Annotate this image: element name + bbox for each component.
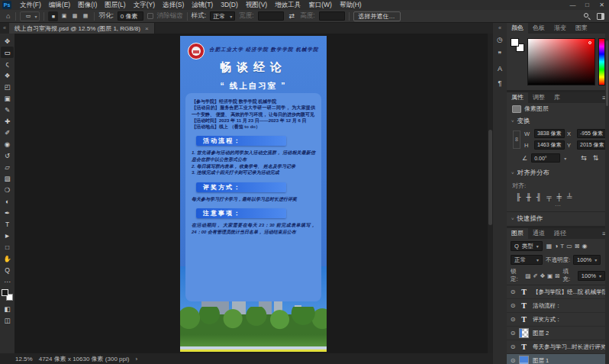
layer-filter-icon[interactable]: ◑	[554, 243, 558, 250]
lock-icon[interactable]: ▨	[525, 272, 530, 279]
menu-item[interactable]: 3D(D)	[217, 0, 242, 10]
height-input[interactable]	[319, 11, 345, 21]
foreground-color-swatch[interactable]	[2, 289, 8, 296]
panel-tab[interactable]: 属性	[507, 92, 528, 103]
close-tab-icon[interactable]: ×	[145, 25, 149, 32]
fill-field[interactable]: 100% ▾	[578, 271, 605, 281]
tool-button[interactable]: T	[1, 218, 14, 230]
dock-panel-icon[interactable]: ❞	[498, 50, 502, 58]
window-control-button[interactable]: —	[566, 0, 580, 10]
panel-color-swatches[interactable]	[511, 38, 524, 52]
layer-visibility-eye-icon[interactable]: ⊙	[507, 357, 519, 364]
menu-item[interactable]: 图层(L)	[101, 0, 129, 10]
tool-button[interactable]: Q	[1, 264, 14, 275]
layer-name[interactable]: 图层 1	[533, 357, 549, 364]
tool-button[interactable]: ✚	[1, 115, 14, 127]
align-icon[interactable]: ╤	[546, 193, 551, 201]
tool-button[interactable]: ς	[1, 58, 14, 69]
select-and-mask-button[interactable]: 选择并遮住…	[353, 11, 401, 21]
window-control-button[interactable]: □	[580, 0, 594, 10]
menu-item[interactable]: 文字(Y)	[130, 0, 159, 10]
layer-thumbnail[interactable]: T	[519, 342, 529, 352]
tool-button[interactable]: □	[1, 241, 14, 253]
panel-tab[interactable]: 颜色	[507, 23, 528, 34]
lock-icon[interactable]: ✥	[540, 272, 545, 279]
angle-value-field[interactable]: 0.00°	[531, 153, 560, 163]
dock-panel-icon[interactable]: A	[498, 65, 502, 72]
foreground-background-swatches[interactable]	[2, 289, 13, 301]
swap-dimensions-icon[interactable]: ⇄	[288, 12, 297, 20]
tool-button[interactable]: ◧	[1, 303, 14, 314]
selection-mode-button[interactable]: ▩	[69, 11, 79, 21]
tool-button[interactable]: ◐	[1, 195, 14, 207]
align-icon[interactable]: ╧	[567, 193, 572, 201]
layer-thumbnail[interactable]: T	[519, 314, 529, 324]
opacity-field[interactable]: 100% ▾	[573, 255, 601, 265]
tool-button[interactable]: ◰	[1, 81, 14, 92]
menu-item[interactable]: 增效工具	[271, 0, 304, 10]
saturation-brightness-box[interactable]	[527, 38, 595, 85]
layer-filter-icon[interactable]: ⊠	[575, 243, 580, 250]
layer-filter-icon[interactable]: ◉	[582, 243, 587, 250]
layer-visibility-eye-icon[interactable]: ⊙	[507, 343, 519, 350]
layer-row[interactable]: ⊙ 图层 1	[507, 354, 609, 364]
layer-filter-select[interactable]: Q 类型 ▾	[511, 241, 543, 251]
tool-button[interactable]: ►	[1, 230, 14, 241]
link-dimensions-icon[interactable]: 8	[513, 130, 520, 149]
align-icon[interactable]: ╟	[516, 193, 520, 201]
menu-item[interactable]: 帮助(H)	[336, 0, 366, 10]
panel-tab[interactable]: 库	[549, 92, 565, 103]
expand-dock-chevron-icon[interactable]: «	[498, 25, 501, 31]
layer-filter-icon[interactable]: T	[560, 243, 564, 250]
hue-slider[interactable]	[598, 38, 605, 85]
zoom-level[interactable]: 12.5%	[15, 356, 33, 362]
dock-panel-icon[interactable]: ◷	[497, 36, 503, 43]
tool-button[interactable]: ✒	[1, 207, 14, 218]
layer-name[interactable]: 活动流程：	[533, 302, 562, 310]
layer-filter-icon[interactable]: ▦	[546, 243, 553, 250]
tool-button[interactable]: ✋	[1, 253, 14, 264]
window-control-button[interactable]: ✕	[594, 0, 609, 10]
canvas-area[interactable]: 合肥工业大学 经济学院 数学学院 机械学院 畅谈经论 “ 线上自习室 ” 【参与…	[14, 34, 493, 353]
layer-thumbnail[interactable]: T	[519, 301, 529, 311]
layer-visibility-eye-icon[interactable]: ⊙	[507, 330, 519, 337]
panel-tab[interactable]: 图案	[571, 23, 592, 34]
layer-row[interactable]: ⊙ 图层 2	[507, 327, 609, 340]
selection-mode-button[interactable]: ▦	[80, 11, 90, 21]
flip-icon[interactable]: ⇆	[581, 154, 587, 162]
style-select[interactable]: 正常 ▾	[210, 11, 235, 21]
menu-item[interactable]: 编辑(E)	[45, 0, 74, 10]
align-icon[interactable]: ╫	[526, 193, 530, 201]
panel-scrollbar[interactable]	[605, 34, 609, 364]
collapse-tools-chevron-icon[interactable]: «	[0, 23, 9, 34]
panel-tab[interactable]: 图层	[507, 228, 528, 239]
menu-item[interactable]: 选择(S)	[159, 0, 188, 10]
layer-name[interactable]: 【参与学院】经...院 机械学院	[533, 288, 607, 296]
tool-button[interactable]: ◉	[1, 138, 14, 150]
menu-item[interactable]: 滤镜(T)	[188, 0, 217, 10]
tool-button[interactable]: ⋯	[1, 275, 14, 287]
lock-icon[interactable]: ▣	[547, 272, 553, 279]
layer-visibility-eye-icon[interactable]: ⊙	[507, 288, 519, 295]
align-icon[interactable]: ╢	[536, 193, 541, 201]
tool-preset-picker[interactable]: ▭ ▾	[20, 11, 40, 21]
panel-tab[interactable]: 路径	[549, 228, 571, 239]
workspace-switcher-icon[interactable]	[597, 13, 604, 20]
search-icon[interactable]	[584, 13, 591, 20]
home-icon[interactable]: ⌂	[5, 12, 11, 20]
dock-panel-icon[interactable]: ¶	[498, 79, 502, 87]
layer-thumbnail[interactable]: T	[519, 287, 529, 297]
height-value-field[interactable]: 1463 像素	[534, 140, 565, 150]
tool-button[interactable]: ❖	[1, 69, 14, 81]
layer-row[interactable]: ⊙ T 每天参与学习...时长进行评奖	[507, 340, 609, 354]
antialias-checkbox[interactable]	[147, 13, 153, 19]
document-tab[interactable]: 线上自习室海报.psd @ 12.5% (图层 1, RGB/8) ×	[9, 23, 155, 34]
layer-name[interactable]: 图层 2	[533, 330, 549, 337]
menu-item[interactable]: 图像(I)	[74, 0, 101, 10]
tool-button[interactable]: ▨	[1, 172, 14, 184]
panel-tab[interactable]: 调整	[528, 92, 549, 103]
panel-tab[interactable]: 渐变	[549, 23, 571, 34]
menu-item[interactable]: 文件(F)	[16, 0, 45, 10]
y-value-field[interactable]: 2015 像素	[577, 140, 607, 150]
layer-name[interactable]: 每天参与学习...时长进行评奖	[533, 343, 606, 351]
